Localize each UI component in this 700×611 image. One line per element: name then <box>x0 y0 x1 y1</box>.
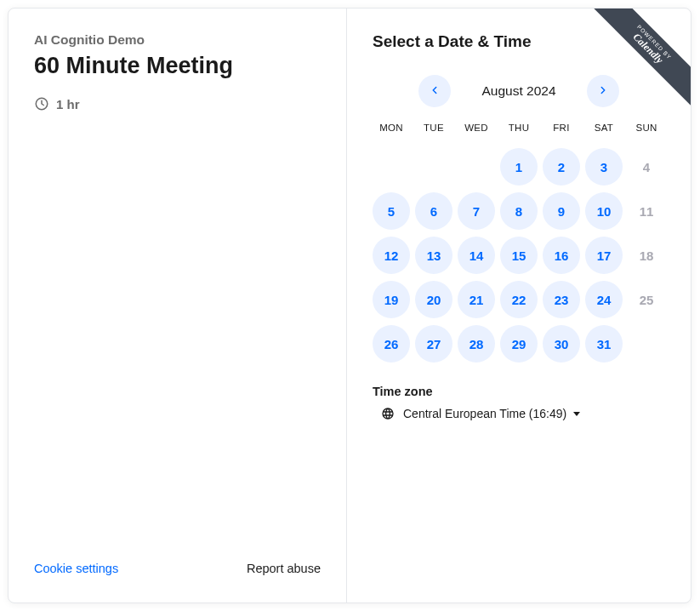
month-label: August 2024 <box>481 83 555 99</box>
day-of-week-header: TUE <box>415 123 452 141</box>
meeting-title: 60 Minute Meeting <box>34 53 321 79</box>
day-of-week-header: THU <box>500 123 538 141</box>
globe-icon <box>381 407 395 420</box>
calendar-day-27[interactable]: 27 <box>415 325 452 363</box>
calendar-day-29[interactable]: 29 <box>500 325 538 363</box>
duration-text: 1 hr <box>56 97 80 111</box>
calendar-day-17[interactable]: 17 <box>585 237 623 274</box>
host-name: AI Cognitio Demo <box>34 32 321 48</box>
calendar-day-16[interactable]: 16 <box>543 237 580 274</box>
clock-icon <box>34 96 49 111</box>
prev-month-button[interactable] <box>418 75 451 107</box>
calendar-grid: MONTUEWEDTHUFRISATSUN1234567891011121314… <box>373 123 665 363</box>
day-of-week-header: WED <box>458 123 495 141</box>
calendar-day-6[interactable]: 6 <box>415 192 452 230</box>
booking-card: POWERED BY Calendly AI Cognitio Demo 60 … <box>8 8 691 603</box>
details-footer: Cookie settings Report abuse <box>34 562 321 579</box>
calendar-day-23[interactable]: 23 <box>543 281 580 318</box>
calendar-day-11: 11 <box>628 192 665 230</box>
duration-row: 1 hr <box>34 96 321 111</box>
day-of-week-header: MON <box>373 123 410 141</box>
calendar-panel: Select a Date & Time August 2024 MONTUEW… <box>347 9 691 602</box>
calendar-day-19[interactable]: 19 <box>373 281 410 318</box>
calendar-day-1[interactable]: 1 <box>500 148 538 186</box>
calendar-day-9[interactable]: 9 <box>543 192 580 230</box>
calendar-day-7[interactable]: 7 <box>458 192 495 230</box>
calendar-day-20[interactable]: 20 <box>415 281 452 318</box>
calendar-day-18: 18 <box>628 237 665 274</box>
day-of-week-header: SAT <box>585 123 623 141</box>
calendar-day-25: 25 <box>628 281 665 318</box>
day-of-week-header: FRI <box>543 123 580 141</box>
calendar-day-31[interactable]: 31 <box>585 325 623 363</box>
calendar-day-10[interactable]: 10 <box>585 192 623 230</box>
calendar-day-12[interactable]: 12 <box>373 237 410 274</box>
next-month-button[interactable] <box>587 75 619 107</box>
calendar-day-21[interactable]: 21 <box>458 281 495 318</box>
calendar-day-5[interactable]: 5 <box>373 192 410 230</box>
calendar-day-22[interactable]: 22 <box>500 281 538 318</box>
month-nav: August 2024 <box>373 75 665 107</box>
calendar-day-28[interactable]: 28 <box>458 325 495 363</box>
chevron-left-icon <box>429 84 441 99</box>
report-abuse-link[interactable]: Report abuse <box>247 562 321 575</box>
day-of-week-header: SUN <box>628 123 665 141</box>
calendar-day-4: 4 <box>628 148 665 186</box>
timezone-value: Central European Time (16:49) <box>403 407 566 420</box>
calendar-day-24[interactable]: 24 <box>585 281 623 318</box>
calendar-day-8[interactable]: 8 <box>500 192 538 230</box>
calendar-day-26[interactable]: 26 <box>373 325 410 363</box>
calendar-day-15[interactable]: 15 <box>500 237 538 274</box>
timezone-label: Time zone <box>373 385 665 398</box>
select-heading: Select a Date & Time <box>373 32 665 51</box>
calendar-day-14[interactable]: 14 <box>458 237 495 274</box>
chevron-right-icon <box>597 84 609 99</box>
calendar-day-30[interactable]: 30 <box>543 325 580 363</box>
timezone-selector[interactable]: Central European Time (16:49) <box>373 407 665 420</box>
caret-down-icon <box>573 412 580 416</box>
calendar-day-3[interactable]: 3 <box>585 148 623 186</box>
cookie-settings-link[interactable]: Cookie settings <box>34 562 118 575</box>
calendar-day-2[interactable]: 2 <box>543 148 580 186</box>
details-panel: AI Cognitio Demo 60 Minute Meeting 1 hr … <box>9 9 347 602</box>
calendar-day-13[interactable]: 13 <box>415 237 452 274</box>
